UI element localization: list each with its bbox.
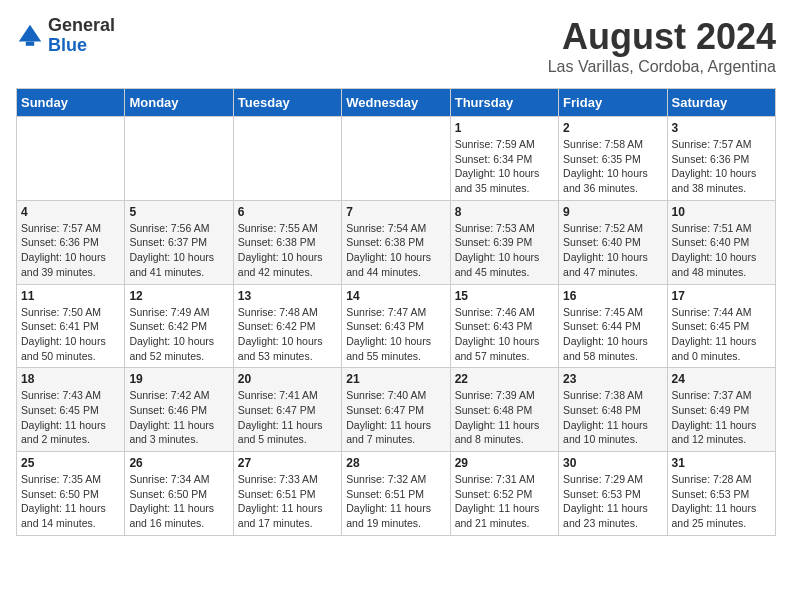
day-info: Sunrise: 7:42 AM Sunset: 6:46 PM Dayligh… — [129, 388, 228, 447]
day-info: Sunrise: 7:46 AM Sunset: 6:43 PM Dayligh… — [455, 305, 554, 364]
calendar-cell: 20Sunrise: 7:41 AM Sunset: 6:47 PM Dayli… — [233, 368, 341, 452]
calendar-cell: 28Sunrise: 7:32 AM Sunset: 6:51 PM Dayli… — [342, 452, 450, 536]
weekday-header: Tuesday — [233, 89, 341, 117]
calendar-cell: 23Sunrise: 7:38 AM Sunset: 6:48 PM Dayli… — [559, 368, 667, 452]
calendar-cell: 27Sunrise: 7:33 AM Sunset: 6:51 PM Dayli… — [233, 452, 341, 536]
day-info: Sunrise: 7:37 AM Sunset: 6:49 PM Dayligh… — [672, 388, 771, 447]
calendar-week-row: 4Sunrise: 7:57 AM Sunset: 6:36 PM Daylig… — [17, 200, 776, 284]
page-header: General Blue August 2024 Las Varillas, C… — [16, 16, 776, 76]
day-number: 9 — [563, 205, 662, 219]
day-info: Sunrise: 7:49 AM Sunset: 6:42 PM Dayligh… — [129, 305, 228, 364]
day-info: Sunrise: 7:47 AM Sunset: 6:43 PM Dayligh… — [346, 305, 445, 364]
calendar-cell: 25Sunrise: 7:35 AM Sunset: 6:50 PM Dayli… — [17, 452, 125, 536]
calendar-cell: 6Sunrise: 7:55 AM Sunset: 6:38 PM Daylig… — [233, 200, 341, 284]
calendar-cell — [233, 117, 341, 201]
calendar-cell: 31Sunrise: 7:28 AM Sunset: 6:53 PM Dayli… — [667, 452, 775, 536]
calendar-cell: 17Sunrise: 7:44 AM Sunset: 6:45 PM Dayli… — [667, 284, 775, 368]
calendar-cell: 8Sunrise: 7:53 AM Sunset: 6:39 PM Daylig… — [450, 200, 558, 284]
day-info: Sunrise: 7:57 AM Sunset: 6:36 PM Dayligh… — [672, 137, 771, 196]
day-info: Sunrise: 7:34 AM Sunset: 6:50 PM Dayligh… — [129, 472, 228, 531]
day-number: 3 — [672, 121, 771, 135]
calendar-cell: 7Sunrise: 7:54 AM Sunset: 6:38 PM Daylig… — [342, 200, 450, 284]
svg-marker-0 — [19, 25, 41, 42]
day-info: Sunrise: 7:50 AM Sunset: 6:41 PM Dayligh… — [21, 305, 120, 364]
day-number: 4 — [21, 205, 120, 219]
calendar-cell: 12Sunrise: 7:49 AM Sunset: 6:42 PM Dayli… — [125, 284, 233, 368]
day-info: Sunrise: 7:38 AM Sunset: 6:48 PM Dayligh… — [563, 388, 662, 447]
logo-general: General — [48, 16, 115, 36]
page-subtitle: Las Varillas, Cordoba, Argentina — [548, 58, 776, 76]
day-number: 21 — [346, 372, 445, 386]
calendar-cell: 10Sunrise: 7:51 AM Sunset: 6:40 PM Dayli… — [667, 200, 775, 284]
calendar-cell: 4Sunrise: 7:57 AM Sunset: 6:36 PM Daylig… — [17, 200, 125, 284]
day-info: Sunrise: 7:39 AM Sunset: 6:48 PM Dayligh… — [455, 388, 554, 447]
calendar-cell: 11Sunrise: 7:50 AM Sunset: 6:41 PM Dayli… — [17, 284, 125, 368]
day-info: Sunrise: 7:32 AM Sunset: 6:51 PM Dayligh… — [346, 472, 445, 531]
calendar-cell: 14Sunrise: 7:47 AM Sunset: 6:43 PM Dayli… — [342, 284, 450, 368]
day-number: 16 — [563, 289, 662, 303]
logo-icon — [16, 22, 44, 50]
logo-blue: Blue — [48, 36, 115, 56]
calendar-cell: 30Sunrise: 7:29 AM Sunset: 6:53 PM Dayli… — [559, 452, 667, 536]
calendar-cell: 15Sunrise: 7:46 AM Sunset: 6:43 PM Dayli… — [450, 284, 558, 368]
day-info: Sunrise: 7:40 AM Sunset: 6:47 PM Dayligh… — [346, 388, 445, 447]
day-number: 13 — [238, 289, 337, 303]
day-info: Sunrise: 7:59 AM Sunset: 6:34 PM Dayligh… — [455, 137, 554, 196]
calendar-cell: 5Sunrise: 7:56 AM Sunset: 6:37 PM Daylig… — [125, 200, 233, 284]
calendar-cell: 2Sunrise: 7:58 AM Sunset: 6:35 PM Daylig… — [559, 117, 667, 201]
weekday-header: Sunday — [17, 89, 125, 117]
day-number: 29 — [455, 456, 554, 470]
day-number: 26 — [129, 456, 228, 470]
day-number: 1 — [455, 121, 554, 135]
day-number: 17 — [672, 289, 771, 303]
day-number: 30 — [563, 456, 662, 470]
title-block: August 2024 Las Varillas, Cordoba, Argen… — [548, 16, 776, 76]
day-info: Sunrise: 7:35 AM Sunset: 6:50 PM Dayligh… — [21, 472, 120, 531]
calendar-cell — [342, 117, 450, 201]
day-number: 22 — [455, 372, 554, 386]
calendar-cell: 19Sunrise: 7:42 AM Sunset: 6:46 PM Dayli… — [125, 368, 233, 452]
day-info: Sunrise: 7:55 AM Sunset: 6:38 PM Dayligh… — [238, 221, 337, 280]
calendar-cell: 3Sunrise: 7:57 AM Sunset: 6:36 PM Daylig… — [667, 117, 775, 201]
calendar-cell: 24Sunrise: 7:37 AM Sunset: 6:49 PM Dayli… — [667, 368, 775, 452]
calendar-cell: 22Sunrise: 7:39 AM Sunset: 6:48 PM Dayli… — [450, 368, 558, 452]
calendar-cell — [17, 117, 125, 201]
calendar-table: SundayMondayTuesdayWednesdayThursdayFrid… — [16, 88, 776, 536]
day-number: 2 — [563, 121, 662, 135]
day-number: 24 — [672, 372, 771, 386]
day-info: Sunrise: 7:45 AM Sunset: 6:44 PM Dayligh… — [563, 305, 662, 364]
day-number: 15 — [455, 289, 554, 303]
day-number: 14 — [346, 289, 445, 303]
day-info: Sunrise: 7:48 AM Sunset: 6:42 PM Dayligh… — [238, 305, 337, 364]
calendar-cell: 9Sunrise: 7:52 AM Sunset: 6:40 PM Daylig… — [559, 200, 667, 284]
day-number: 11 — [21, 289, 120, 303]
day-info: Sunrise: 7:44 AM Sunset: 6:45 PM Dayligh… — [672, 305, 771, 364]
day-info: Sunrise: 7:53 AM Sunset: 6:39 PM Dayligh… — [455, 221, 554, 280]
day-number: 25 — [21, 456, 120, 470]
calendar-week-row: 1Sunrise: 7:59 AM Sunset: 6:34 PM Daylig… — [17, 117, 776, 201]
day-info: Sunrise: 7:54 AM Sunset: 6:38 PM Dayligh… — [346, 221, 445, 280]
weekday-header: Friday — [559, 89, 667, 117]
day-number: 31 — [672, 456, 771, 470]
calendar-cell: 21Sunrise: 7:40 AM Sunset: 6:47 PM Dayli… — [342, 368, 450, 452]
day-number: 12 — [129, 289, 228, 303]
svg-rect-1 — [26, 41, 34, 45]
day-info: Sunrise: 7:58 AM Sunset: 6:35 PM Dayligh… — [563, 137, 662, 196]
day-info: Sunrise: 7:57 AM Sunset: 6:36 PM Dayligh… — [21, 221, 120, 280]
day-number: 7 — [346, 205, 445, 219]
day-number: 8 — [455, 205, 554, 219]
calendar-cell: 16Sunrise: 7:45 AM Sunset: 6:44 PM Dayli… — [559, 284, 667, 368]
day-number: 27 — [238, 456, 337, 470]
weekday-header: Saturday — [667, 89, 775, 117]
day-info: Sunrise: 7:28 AM Sunset: 6:53 PM Dayligh… — [672, 472, 771, 531]
day-info: Sunrise: 7:43 AM Sunset: 6:45 PM Dayligh… — [21, 388, 120, 447]
day-number: 10 — [672, 205, 771, 219]
day-info: Sunrise: 7:56 AM Sunset: 6:37 PM Dayligh… — [129, 221, 228, 280]
weekday-header: Monday — [125, 89, 233, 117]
day-number: 23 — [563, 372, 662, 386]
day-number: 19 — [129, 372, 228, 386]
calendar-cell: 1Sunrise: 7:59 AM Sunset: 6:34 PM Daylig… — [450, 117, 558, 201]
day-info: Sunrise: 7:29 AM Sunset: 6:53 PM Dayligh… — [563, 472, 662, 531]
weekday-header: Wednesday — [342, 89, 450, 117]
day-number: 20 — [238, 372, 337, 386]
